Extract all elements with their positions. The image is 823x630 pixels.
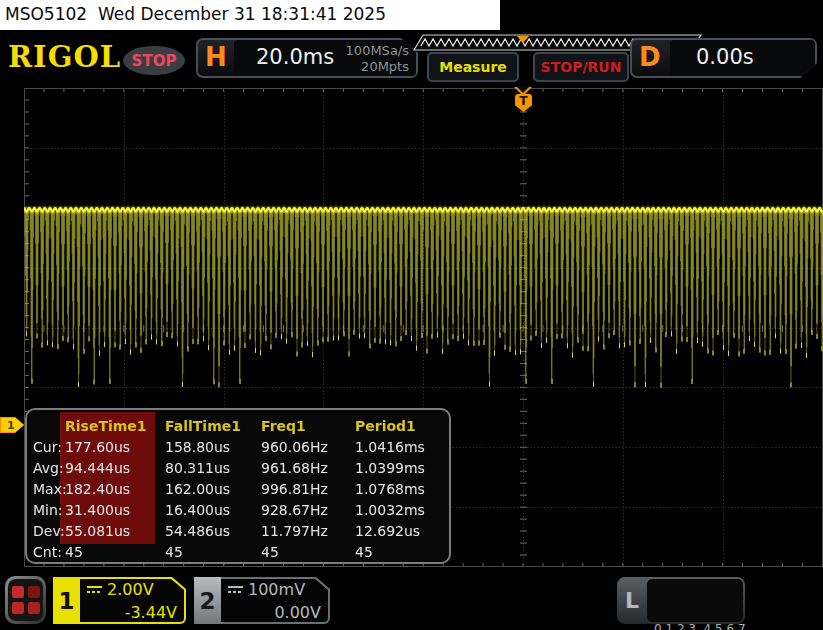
cell: 31.400us	[65, 502, 165, 518]
horizontal-label: H	[205, 42, 227, 72]
acquisition-status-badge: STOP	[123, 46, 185, 75]
ch2-offset: 0.00V	[274, 603, 321, 622]
measurement-panel[interactable]: RiseTime1 FallTime1 Freq1 Period1 Cur: 1…	[25, 408, 451, 564]
row-label: Dev:	[33, 523, 65, 539]
dc-coupling-icon	[87, 585, 102, 595]
logic-channels-badge[interactable]: L 0 1 2 3 4 5 6 7 8 9 1011 12131415	[617, 577, 745, 624]
delay-panel: 0.00s	[670, 40, 815, 76]
cell: 996.81Hz	[261, 481, 355, 497]
cell: 928.67Hz	[261, 502, 355, 518]
ch1-scale: 2.00V	[107, 580, 154, 599]
sample-rate-memdepth: 100MSa/s 20Mpts	[346, 43, 409, 74]
timebase-value: 20.0ms	[256, 45, 334, 69]
cell: 182.40us	[65, 481, 165, 497]
ch1-offset: -3.44V	[125, 603, 177, 622]
measure-row-cnt: Cnt: 45 45 45 45	[27, 541, 449, 562]
cell: 12.692us	[355, 523, 449, 539]
cell: 45	[65, 544, 165, 560]
horizontal-timebase-box[interactable]: H 20.0ms 100MSa/s 20Mpts	[196, 38, 418, 78]
logic-row-1: 0 1 2 3 4 5 6 7	[654, 620, 743, 630]
cell: 1.0032ms	[355, 502, 449, 518]
measure-row-dev: Dev: 55.081us 54.486us 11.797Hz 12.692us	[27, 520, 449, 541]
row-label: Max:	[33, 481, 65, 497]
measure-col-header: FallTime1	[165, 418, 261, 434]
cell: 177.60us	[65, 439, 165, 455]
measure-header-row: RiseTime1 FallTime1 Freq1 Period1	[27, 415, 449, 436]
rigol-logo: RIGOL	[8, 40, 121, 74]
measure-row-avg: Avg: 94.444us 80.311us 961.68Hz 1.0399ms	[27, 457, 449, 478]
cell: 45	[355, 544, 449, 560]
measure-row-max: Max: 182.40us 162.00us 996.81Hz 1.0768ms	[27, 478, 449, 499]
menu-button[interactable]	[5, 576, 46, 624]
cell: 16.400us	[165, 502, 261, 518]
cell: 1.0399ms	[355, 460, 449, 476]
cell: 960.06Hz	[261, 439, 355, 455]
memory-depth: 20Mpts	[346, 59, 409, 75]
cell: 45	[165, 544, 261, 560]
measure-row-min: Min: 31.400us 16.400us 928.67Hz 1.0032ms	[27, 499, 449, 520]
delay-label: D	[639, 42, 661, 72]
row-label: Cur:	[33, 439, 65, 455]
timebase-panel: 20.0ms 100MSa/s 20Mpts	[234, 40, 416, 76]
stop-run-button[interactable]: STOP/RUN	[533, 52, 629, 82]
logic-channel-numbers: 0 1 2 3 4 5 6 7 8 9 1011 12131415	[647, 579, 743, 622]
measure-col-header: Freq1	[261, 418, 355, 434]
trigger-delay-box[interactable]: D 0.00s	[630, 38, 817, 78]
ch2-scale: 100mV	[248, 580, 305, 599]
measure-row-cur: Cur: 177.60us 158.80us 960.06Hz 1.0416ms	[27, 436, 449, 457]
title-bar: MSO5102 Wed December 31 18:31:41 2025	[0, 0, 500, 30]
ch2-scale-row: 100mV	[228, 580, 305, 599]
cell: 158.80us	[165, 439, 261, 455]
cell: 80.311us	[165, 460, 261, 476]
cell: 11.797Hz	[261, 523, 355, 539]
delay-value: 0.00s	[696, 45, 754, 69]
measure-col-header: RiseTime1	[65, 418, 165, 434]
cell: 54.486us	[165, 523, 261, 539]
cell: 1.0768ms	[355, 481, 449, 497]
cell: 45	[261, 544, 355, 560]
row-label: Cnt:	[33, 544, 65, 560]
channel1-badge[interactable]: 1 2.00V -3.44V	[53, 577, 186, 624]
oscilloscope-screen: MSO5102 Wed December 31 18:31:41 2025 RI…	[0, 0, 823, 630]
cell: 162.00us	[165, 481, 261, 497]
cell: 1.0416ms	[355, 439, 449, 455]
ch2-number: 2	[194, 577, 221, 624]
measure-button[interactable]: Measure	[427, 52, 519, 82]
logic-label: L	[617, 577, 647, 624]
model-and-datetime: MSO5102 Wed December 31 18:31:41 2025	[5, 4, 386, 24]
channel2-badge[interactable]: 2 100mV 0.00V	[194, 577, 330, 624]
cell: 961.68Hz	[261, 460, 355, 476]
sample-rate: 100MSa/s	[346, 43, 409, 59]
menu-grid-icon	[8, 579, 43, 621]
row-label: Min:	[33, 502, 65, 518]
ch1-number: 1	[53, 577, 80, 624]
measure-col-header: Period1	[355, 418, 449, 434]
measurement-table: RiseTime1 FallTime1 Freq1 Period1 Cur: 1…	[27, 410, 449, 562]
ch1-ground-marker[interactable]: 1	[0, 417, 24, 433]
cell: 94.444us	[65, 460, 165, 476]
cell: 55.081us	[65, 523, 165, 539]
dc-coupling-icon	[228, 585, 243, 595]
row-label: Avg:	[33, 460, 65, 476]
ch1-scale-row: 2.00V	[87, 580, 154, 599]
